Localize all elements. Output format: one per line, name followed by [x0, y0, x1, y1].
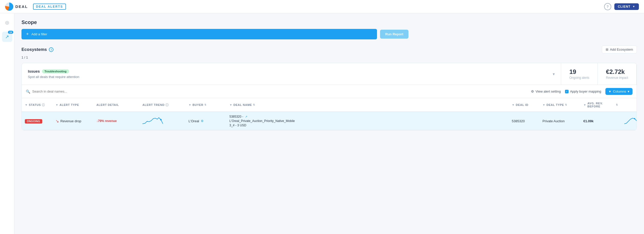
td-alert-type: ↘ Revenue drop	[52, 116, 93, 126]
notification-badge: 19	[8, 31, 13, 34]
filter-icon-deal-id: ▼	[512, 103, 515, 106]
scope-title: Scope	[21, 19, 637, 25]
columns-chevron-icon: ▾	[628, 90, 629, 93]
filter-icon-alert-type: ▼	[55, 103, 59, 106]
td-deal-id: 5385320	[509, 117, 539, 126]
ecosystem-badge: Troubleshooting	[42, 69, 69, 73]
toolbar-right: ⚙ View alert setting ✓ Apply buyer mappi…	[531, 88, 632, 95]
main-content: Scope + Add a filter Run Report Ecosyste…	[14, 13, 644, 234]
columns-button[interactable]: ▼ Columns ▾	[605, 88, 632, 95]
filter-icon-deal-name: ▼	[229, 103, 232, 106]
search-input[interactable]	[32, 90, 528, 93]
sort-icon-deal-type: ⇅	[565, 104, 567, 106]
checkbox-icon: ✓	[565, 90, 569, 93]
th-buyer: ▼ BUYER ⇅	[185, 100, 226, 109]
client-chevron-icon: ▼	[632, 5, 635, 8]
alert-detail-value: ↓79% revenue	[96, 119, 136, 123]
view-alert-setting-button[interactable]: ⚙ View alert setting	[531, 90, 561, 93]
gear-icon: ⚙	[531, 90, 534, 93]
search-icon: 🔍	[26, 90, 30, 94]
help-button[interactable]: ?	[604, 3, 611, 10]
ongoing-count: 19	[569, 68, 576, 75]
compass-icon: ◎	[5, 20, 9, 25]
filter-icon-deal-type: ▼	[542, 103, 546, 106]
info-icon-status: i	[42, 103, 45, 106]
td-deal-name: 5385320 - ↗ L'Oreal_Private_Auction_Prio…	[226, 112, 509, 130]
trend-down-icon: ↘	[55, 119, 59, 124]
sort-icon-avg-rev: ⇅	[616, 104, 618, 106]
search-wrap: 🔍	[26, 90, 528, 94]
td-alert-trend	[139, 114, 185, 128]
td-rev-sparkline	[621, 114, 637, 129]
run-report-button[interactable]: Run Report	[380, 30, 408, 39]
ecosystems-header: Ecosystems i ⊞ Add Ecosystem	[21, 46, 637, 53]
th-alert-detail: ALERT DETAIL	[93, 100, 139, 109]
td-deal-type: Private Auction	[539, 117, 580, 126]
logo-icon	[5, 3, 13, 11]
buyer-link-icon: ⚙	[201, 119, 204, 123]
sparkline-chart	[142, 116, 163, 125]
ecosystem-labels: Issues Troubleshooting Spot all deals th…	[28, 69, 549, 79]
cursor-icon: ↗	[5, 34, 9, 40]
filter-icon: ▼	[608, 90, 612, 93]
add-ecosystem-button[interactable]: ⊞ Add Ecosystem	[602, 46, 637, 53]
th-extra	[621, 100, 637, 109]
logo-area: DEAL DEAL ALERTS	[5, 3, 66, 11]
sort-icon-deal-name: ⇅	[253, 104, 255, 106]
th-deal-name: ▼ DEAL NAME ⇅	[226, 100, 509, 109]
th-status: ▼ STATUS i	[22, 100, 52, 109]
sidebar-item-compass[interactable]: ◎	[2, 17, 12, 28]
filter-icon-status: ▼	[25, 103, 28, 106]
plus-icon: +	[26, 31, 29, 37]
td-status: ONGOING	[22, 117, 52, 126]
sidebar: ◎ ↗ 19	[0, 13, 14, 234]
rev-sparkline-chart	[624, 116, 637, 125]
table-toolbar: 🔍 ⚙ View alert setting ✓ Apply buyer map…	[22, 85, 637, 98]
info-icon-alert-trend: i	[165, 103, 168, 106]
ongoing-label: Ongoing alerts	[569, 76, 589, 80]
table-header: ▼ STATUS i ▼ ALERT TYPE ALERT DETAIL ALE…	[22, 98, 637, 112]
ecosystems-info-icon[interactable]: i	[49, 47, 53, 52]
ecosystem-tag-row: Issues Troubleshooting	[28, 69, 549, 73]
revenue-impact: €2.72k	[606, 68, 625, 75]
ecosystem-stat-revenue: €2.72k Revenue impact	[598, 63, 637, 85]
ecosystem-issues-label: Issues	[28, 69, 40, 73]
app-header: DEAL DEAL ALERTS ? CLIENT ▼	[0, 0, 644, 13]
status-badge: ONGOING	[25, 119, 42, 124]
td-alert-detail: ↓79% revenue	[93, 117, 139, 125]
client-button[interactable]: CLIENT ▼	[614, 3, 639, 10]
ecosystem-info: Issues Troubleshooting Spot all deals th…	[22, 63, 561, 85]
filter-icon-buyer: ▼	[188, 103, 192, 106]
apply-buyer-mapping-button[interactable]: ✓ Apply buyer mapping	[565, 90, 601, 93]
logo-text: DEAL	[15, 4, 28, 9]
sort-icon-buyer: ⇅	[204, 104, 207, 106]
th-avg-rev: ▼ AVG. REV. BEFORE ⇅	[580, 100, 621, 109]
ecosystems-pagination: 1 / 1	[21, 55, 637, 59]
ecosystem-expand-icon[interactable]: ▾	[553, 72, 555, 76]
add-filter-button[interactable]: + Add a filter	[21, 29, 377, 39]
grid-plus-icon: ⊞	[606, 48, 608, 51]
td-avg-rev: €1.09k	[580, 117, 621, 126]
external-link-icon[interactable]: ↗	[245, 115, 247, 118]
revenue-label: Revenue impact	[606, 76, 628, 80]
th-deal-type: ▼ DEAL TYPE ⇅	[539, 100, 580, 109]
td-buyer: L'Oreal ⚙	[185, 117, 226, 126]
th-alert-type: ▼ ALERT TYPE	[52, 100, 93, 109]
th-alert-trend: ALERT TREND i	[139, 100, 185, 109]
table-row: ONGOING ↘ Revenue drop ↓79% revenue L'Or…	[22, 112, 637, 130]
th-deal-id: ▼ DEAL ID	[509, 100, 539, 109]
svg-point-1	[634, 118, 635, 119]
svg-point-0	[160, 119, 162, 120]
ecosystem-card: Issues Troubleshooting Spot all deals th…	[21, 63, 637, 130]
ecosystems-title: Ecosystems i	[21, 47, 53, 52]
ecosystem-stat-ongoing: 19 Ongoing alerts	[561, 63, 598, 85]
header-title-badge: DEAL ALERTS	[33, 4, 66, 10]
filter-bar: + Add a filter Run Report	[21, 29, 637, 39]
sidebar-item-alerts[interactable]: ↗ 19	[2, 32, 12, 42]
ecosystem-top: Issues Troubleshooting Spot all deals th…	[22, 63, 637, 85]
filter-icon-avg-rev: ▼	[583, 103, 586, 106]
ecosystem-description: Spot all deals that require attention	[28, 75, 549, 79]
